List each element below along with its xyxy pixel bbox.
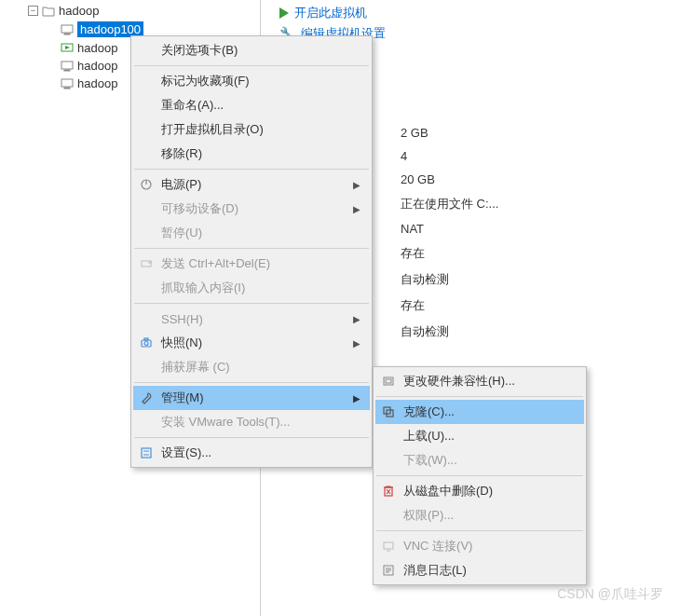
menu-separator [376,396,583,397]
menu-mark-favorite[interactable]: 标记为收藏项(F) [133,69,370,93]
menu-install-tools: 安装 VMware Tools(T)... [133,410,370,434]
svg-rect-4 [64,70,70,71]
vm-icon [61,24,74,35]
watermark: CSDN @爪哇斗罗 [557,586,663,603]
vm-on-icon [61,43,74,54]
menu-separator [376,530,583,531]
menu-send-cad: 发送 Ctrl+Alt+Del(E) [133,252,370,276]
start-vm-label: 开启此虚拟机 [294,5,367,21]
context-menu-manage: 更改硬件兼容性(H)... 克隆(C)... 上载(U)... 下载(W)...… [373,366,587,585]
tree-item-label: hadoop [77,41,117,55]
submenu-arrow-icon: ▶ [353,204,360,214]
tree-parent-node[interactable]: − hadoop [0,2,260,20]
menu-close-tab[interactable]: 关闭选项卡(B) [133,38,370,62]
folder-icon [42,6,55,17]
svg-rect-12 [144,338,148,340]
hardware-icon [381,374,396,389]
svg-rect-1 [64,34,70,34]
submenu-delete-disk[interactable]: 从磁盘中删除(D) [375,479,584,503]
submenu-download: 下载(W)... [375,448,584,472]
submenu-change-hw[interactable]: 更改硬件兼容性(H)... [375,369,584,393]
submenu-vnc: VNC 连接(V) [375,534,584,558]
menu-pause: 暂停(U) [133,221,370,245]
vm-specs: 2 GB 4 20 GB 正在使用文件 C:... NAT 存在 自动检测 存在… [401,121,498,345]
spec-sound: 自动检测 [401,267,498,293]
menu-settings[interactable]: 设置(S)... [133,441,370,465]
svg-rect-3 [61,62,73,69]
submenu-message-log[interactable]: 消息日志(L) [375,558,584,582]
snapshot-icon [139,335,154,350]
vm-icon [61,61,74,72]
start-vm-link[interactable]: 开启此虚拟机 [279,3,386,23]
svg-rect-13 [142,448,151,458]
menu-separator [134,303,369,304]
spec-cd: 正在使用文件 C:... [401,191,498,217]
submenu-arrow-icon: ▶ [353,180,360,190]
svg-rect-21 [384,542,393,549]
spec-usb: 存在 [401,240,498,267]
menu-separator [134,382,369,383]
tree-item-label: hadoop [77,59,117,73]
delete-icon [381,484,396,499]
spec-network: NAT [401,217,498,240]
wrench-icon [139,390,154,405]
menu-separator [134,437,369,438]
vnc-icon [381,539,396,554]
svg-rect-5 [61,79,73,87]
submenu-arrow-icon: ▶ [353,393,360,404]
menu-manage[interactable]: 管理(M)▶ [133,386,370,410]
svg-point-11 [144,342,148,346]
log-icon [381,563,396,578]
play-icon [279,7,289,19]
menu-separator [134,248,369,249]
menu-ssh: SSH(H)▶ [133,307,370,331]
menu-snapshot[interactable]: 快照(N)▶ [133,331,370,355]
svg-rect-6 [64,88,70,89]
menu-open-dir[interactable]: 打开虚拟机目录(O) [133,117,370,142]
spec-memory: 2 GB [401,121,498,144]
spec-cpus: 4 [401,144,498,168]
menu-grab-input: 抓取输入内容(I) [133,276,370,300]
tree-item-label: hadoop [77,76,117,90]
submenu-permissions: 权限(P)... [375,503,584,527]
svg-rect-0 [61,25,73,33]
clone-icon [381,404,396,419]
settings-icon [139,445,154,460]
svg-rect-15 [386,379,391,383]
spec-display: 自动检测 [401,319,498,345]
power-icon [139,177,154,192]
vm-icon [61,78,74,89]
context-menu-main: 关闭选项卡(B) 标记为收藏项(F) 重命名(A)... 打开虚拟机目录(O) … [130,35,373,468]
spec-printer: 存在 [401,293,498,319]
spec-disk: 20 GB [401,168,498,191]
menu-power[interactable]: 电源(P)▶ [133,172,370,197]
submenu-arrow-icon: ▶ [353,338,360,349]
submenu-arrow-icon: ▶ [353,314,360,324]
menu-separator [376,475,583,476]
menu-rename[interactable]: 重命名(A)... [133,93,370,117]
submenu-upload[interactable]: 上载(U)... [375,424,584,448]
tree-parent-label: hadoop [59,4,99,18]
menu-remove[interactable]: 移除(R) [133,142,370,166]
menu-removable: 可移动设备(D)▶ [133,197,370,221]
submenu-clone[interactable]: 克隆(C)... [375,400,584,424]
menu-separator [134,169,369,170]
send-icon [139,256,154,271]
menu-capture: 捕获屏幕 (C) [133,355,370,379]
menu-separator [134,65,369,66]
collapse-icon[interactable]: − [28,6,38,16]
